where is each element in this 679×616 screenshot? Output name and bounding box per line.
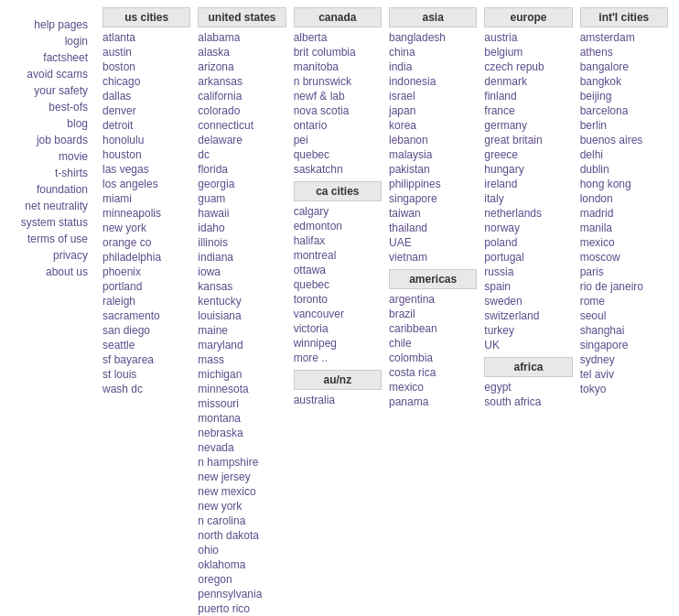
link-las-vegas[interactable]: las vegas — [102, 163, 190, 176]
link-n-brunswick[interactable]: n brunswick — [294, 75, 382, 88]
link-guam[interactable]: guam — [198, 192, 286, 205]
link-ohio[interactable]: ohio — [198, 544, 286, 557]
link-minneapolis[interactable]: minneapolis — [102, 207, 190, 220]
link-dc[interactable]: dc — [198, 148, 286, 161]
link-sydney[interactable]: sydney — [580, 353, 668, 366]
link-mexico[interactable]: mexico — [389, 381, 477, 394]
link-bangalore[interactable]: bangalore — [580, 60, 668, 73]
link-toronto[interactable]: toronto — [294, 293, 382, 306]
link-hong-kong[interactable]: hong kong — [580, 178, 668, 190]
link-netherlands[interactable]: netherlands — [484, 207, 572, 220]
link-india[interactable]: india — [389, 60, 477, 73]
link-vietnam[interactable]: vietnam — [389, 251, 477, 264]
link-pennsylvania[interactable]: pennsylvania — [198, 588, 286, 600]
link-panama[interactable]: panama — [389, 395, 477, 408]
link-beijing[interactable]: beijing — [580, 90, 668, 103]
link-tokyo[interactable]: tokyo — [580, 383, 668, 395]
link-new-jersey[interactable]: new jersey — [198, 470, 286, 483]
link-manila[interactable]: manila — [580, 222, 668, 234]
link-orange-co[interactable]: orange co — [102, 236, 190, 249]
sidebar-link-movie[interactable]: movie — [7, 150, 92, 163]
link-quebec[interactable]: quebec — [294, 278, 382, 291]
link-philippines[interactable]: philippines — [389, 178, 477, 190]
sidebar-link-login[interactable]: login — [7, 35, 92, 48]
link-denver[interactable]: denver — [102, 104, 190, 117]
sidebar-link-privacy[interactable]: privacy — [7, 249, 92, 262]
link-china[interactable]: china — [389, 46, 477, 59]
link-puerto-rico[interactable]: puerto rico — [198, 602, 286, 615]
link-san-diego[interactable]: san diego — [102, 324, 190, 337]
link-new-mexico[interactable]: new mexico — [198, 485, 286, 498]
link-rome[interactable]: rome — [580, 295, 668, 308]
link-ottawa[interactable]: ottawa — [294, 264, 382, 276]
link-switzerland[interactable]: switzerland — [484, 309, 572, 322]
link-kansas[interactable]: kansas — [198, 280, 286, 293]
sidebar-link-job-boards[interactable]: job boards — [7, 134, 92, 146]
link-arkansas[interactable]: arkansas — [198, 75, 286, 88]
link-poland[interactable]: poland — [484, 236, 572, 249]
link-norway[interactable]: norway — [484, 222, 572, 234]
link-hungary[interactable]: hungary — [484, 163, 572, 176]
link-japan[interactable]: japan — [389, 104, 477, 117]
link-kentucky[interactable]: kentucky — [198, 295, 286, 308]
link-halifax[interactable]: halifax — [294, 234, 382, 247]
sidebar-link-help-pages[interactable]: help pages — [7, 18, 92, 31]
link-greece[interactable]: greece — [484, 148, 572, 161]
link-dallas[interactable]: dallas — [102, 90, 190, 103]
link-thailand[interactable]: thailand — [389, 222, 477, 234]
link-delaware[interactable]: delaware — [198, 134, 286, 146]
link-argentina[interactable]: argentina — [389, 293, 477, 306]
link-seoul[interactable]: seoul — [580, 309, 668, 322]
link-seattle[interactable]: seattle — [102, 339, 190, 351]
sidebar-link-factsheet[interactable]: factsheet — [7, 51, 92, 64]
link-singapore[interactable]: singapore — [580, 339, 668, 351]
link-amsterdam[interactable]: amsterdam — [580, 31, 668, 44]
link-connecticut[interactable]: connecticut — [198, 119, 286, 132]
link-phoenix[interactable]: phoenix — [102, 265, 190, 278]
link-rio-de-janeiro[interactable]: rio de janeiro — [580, 280, 668, 293]
sidebar-link-about-us[interactable]: about us — [7, 265, 92, 278]
link-winnipeg[interactable]: winnipeg — [294, 337, 382, 350]
link-ireland[interactable]: ireland — [484, 178, 572, 190]
link-colorado[interactable]: colorado — [198, 104, 286, 117]
link-boston[interactable]: boston — [102, 60, 190, 73]
link-UK[interactable]: UK — [484, 339, 572, 351]
link-finland[interactable]: finland — [484, 90, 572, 103]
link-UAE[interactable]: UAE — [389, 236, 477, 249]
link-st-louis[interactable]: st louis — [102, 368, 190, 381]
link-chicago[interactable]: chicago — [102, 75, 190, 88]
sidebar-link-foundation[interactable]: foundation — [7, 183, 92, 196]
link-edmonton[interactable]: edmonton — [294, 220, 382, 232]
link-more-[interactable]: more .. — [294, 351, 382, 364]
link-n-carolina[interactable]: n carolina — [198, 514, 286, 527]
sidebar-link-t-shirts[interactable]: t-shirts — [7, 167, 92, 179]
link-denmark[interactable]: denmark — [484, 75, 572, 88]
link-iowa[interactable]: iowa — [198, 265, 286, 278]
link-malaysia[interactable]: malaysia — [389, 148, 477, 161]
link-quebec[interactable]: quebec — [294, 148, 382, 161]
link-pakistan[interactable]: pakistan — [389, 163, 477, 176]
link-sacramento[interactable]: sacramento — [102, 309, 190, 322]
link-arizona[interactable]: arizona — [198, 60, 286, 73]
link-portugal[interactable]: portugal — [484, 251, 572, 264]
link-moscow[interactable]: moscow — [580, 251, 668, 264]
link-detroit[interactable]: detroit — [102, 119, 190, 132]
link-great-britain[interactable]: great britain — [484, 134, 572, 146]
link-los-angeles[interactable]: los angeles — [102, 178, 190, 190]
link-israel[interactable]: israel — [389, 90, 477, 103]
link-sweden[interactable]: sweden — [484, 295, 572, 308]
link-new-york[interactable]: new york — [198, 500, 286, 513]
link-sf-bayarea[interactable]: sf bayarea — [102, 353, 190, 366]
link-michigan[interactable]: michigan — [198, 368, 286, 381]
link-spain[interactable]: spain — [484, 280, 572, 293]
link-nebraska[interactable]: nebraska — [198, 427, 286, 439]
sidebar-link-avoid-scams[interactable]: avoid scams — [7, 68, 92, 81]
link-dublin[interactable]: dublin — [580, 163, 668, 176]
link-missouri[interactable]: missouri — [198, 397, 286, 410]
link-maine[interactable]: maine — [198, 324, 286, 337]
link-newf--lab[interactable]: newf & lab — [294, 90, 382, 103]
link-barcelona[interactable]: barcelona — [580, 104, 668, 117]
sidebar-link-blog[interactable]: blog — [7, 117, 92, 130]
link-costa-rica[interactable]: costa rica — [389, 366, 477, 379]
link-oklahoma[interactable]: oklahoma — [198, 558, 286, 571]
